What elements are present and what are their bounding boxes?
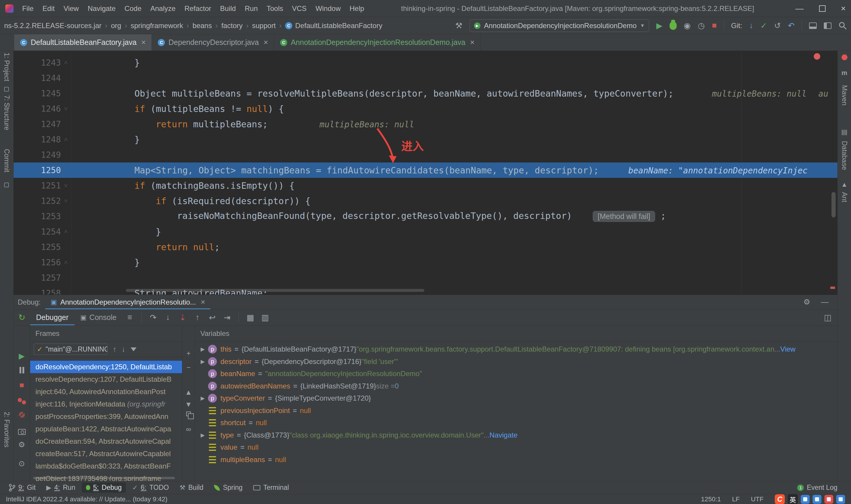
- rerun-icon[interactable]: ↻: [14, 312, 30, 322]
- toolwindow-button-run[interactable]: ▶4:Run: [42, 482, 79, 493]
- close-icon[interactable]: ×: [201, 298, 205, 307]
- bookmark-icon[interactable]: [4, 87, 9, 92]
- hide-frames-filter-icon[interactable]: [131, 347, 137, 351]
- editor-tab[interactable]: CAnnotationDependencyInjectionResolution…: [274, 34, 481, 51]
- run-button[interactable]: ▶: [656, 21, 663, 31]
- stack-frame[interactable]: doResolveDependency:1250, DefaultListab: [30, 361, 182, 373]
- copy-watch-icon[interactable]: [186, 412, 191, 416]
- stack-frame[interactable]: createBean:517, AbstractAutowireCapablel: [30, 448, 182, 460]
- stack-frame[interactable]: populateBean:1422, AbstractAutowireCapa: [30, 423, 182, 435]
- fold-marker[interactable]: ˄: [61, 258, 71, 266]
- breadcrumb-item[interactable]: CDefaultListableBeanFactory: [285, 22, 382, 30]
- thread-dump-icon[interactable]: [18, 429, 26, 435]
- menu-code[interactable]: Code: [120, 4, 146, 13]
- coverage-button[interactable]: ◉: [684, 21, 691, 31]
- hide-icon[interactable]: —: [821, 298, 829, 307]
- breadcrumb-item[interactable]: org: [111, 22, 121, 30]
- commit-icon[interactable]: ✓: [760, 21, 767, 31]
- move-watch-up-icon[interactable]: ▲: [185, 388, 192, 396]
- build-hammer-icon[interactable]: ⚒: [455, 21, 463, 31]
- resume-icon[interactable]: ▶: [19, 352, 25, 361]
- sidebar-item-project[interactable]: 1: Project: [3, 53, 11, 81]
- editor-tab[interactable]: CDefaultListableBeanFactory.java×: [14, 34, 152, 51]
- menu-run[interactable]: Run: [240, 4, 262, 13]
- menu-help[interactable]: Help: [345, 4, 368, 13]
- menu-vcs[interactable]: VCS: [288, 4, 311, 13]
- sidebar-item-structure[interactable]: 7: Structure: [3, 95, 11, 130]
- run-config-selector[interactable]: ▶ AnnotationDependencyInjectionResolutio…: [470, 19, 649, 32]
- caret-position[interactable]: 1250:1: [701, 496, 721, 503]
- sidebar-item-maven[interactable]: Maven: [840, 85, 848, 106]
- next-frame-icon[interactable]: ↓: [122, 345, 125, 353]
- mute-breakpoints-icon[interactable]: [19, 412, 25, 418]
- tab-console[interactable]: ▣Console: [74, 310, 123, 325]
- breadcrumb-item[interactable]: beans: [193, 22, 212, 30]
- line-ending-indicator[interactable]: LF: [732, 496, 740, 503]
- toolwindow-button-debug[interactable]: 5:Debug: [82, 482, 126, 493]
- encoding-indicator[interactable]: UTF: [751, 496, 763, 503]
- menu-refactor[interactable]: Refactor: [180, 4, 216, 13]
- variable-row[interactable]: shortcut=null: [195, 417, 837, 429]
- stop-button[interactable]: ■: [712, 21, 717, 30]
- menu-tools[interactable]: Tools: [262, 4, 288, 13]
- fold-marker[interactable]: ˅: [61, 197, 71, 205]
- expand-arrow-icon[interactable]: ▶: [197, 346, 208, 353]
- stop-icon[interactable]: ■: [19, 380, 24, 390]
- error-stripe-mark[interactable]: [830, 287, 835, 289]
- breadcrumb-item[interactable]: springframework: [131, 22, 183, 30]
- toolwindow-button-todo[interactable]: ✓6:TODO: [128, 482, 173, 493]
- tool-stripe-icon[interactable]: [4, 183, 9, 187]
- stack-frame[interactable]: lambda$doGetBean$0:323, AbstractBeanF: [30, 460, 182, 472]
- editor-layout-icon[interactable]: [824, 22, 832, 29]
- toolwindow-button-git[interactable]: 9:Git: [5, 482, 40, 493]
- variable-row[interactable]: previousInjectionPoint=null: [195, 404, 837, 417]
- profiler-button[interactable]: ◷: [698, 21, 705, 31]
- fold-marker[interactable]: ˅: [61, 182, 71, 190]
- breadcrumb-item[interactable]: support: [252, 22, 276, 30]
- debug-session-tab[interactable]: ▣ AnnotationDependencyInjectionResolutio…: [45, 295, 211, 309]
- step-into-icon[interactable]: ↓: [160, 313, 175, 322]
- run-to-cursor-icon[interactable]: ⇥: [220, 313, 234, 322]
- stack-frame[interactable]: doCreateBean:594, AbstractAutowireCapal: [30, 435, 182, 448]
- previous-frame-icon[interactable]: ↑: [113, 345, 116, 353]
- expand-arrow-icon[interactable]: ▶: [197, 358, 208, 365]
- stack-frame[interactable]: postProcessProperties:399, AutowiredAnn: [30, 410, 182, 423]
- toolwindow-button-spring[interactable]: Spring: [210, 482, 247, 493]
- sidebar-item-ant[interactable]: Ant: [840, 192, 848, 202]
- sidebar-item-favorites[interactable]: 2: Favorites: [3, 412, 11, 447]
- tab-debugger[interactable]: Debugger: [30, 310, 74, 325]
- fold-marker[interactable]: ˄: [61, 228, 71, 235]
- close-button[interactable]: ×: [841, 4, 846, 13]
- variable-row[interactable]: ▶pthis={DefaultListableBeanFactory@1717}…: [195, 343, 837, 355]
- move-watch-down-icon[interactable]: ▼: [185, 400, 192, 409]
- breadcrumb-item[interactable]: factory: [221, 22, 242, 30]
- close-icon[interactable]: ×: [264, 38, 268, 47]
- variable-row[interactable]: pautowiredBeanNames={LinkedHashSet@1719}…: [195, 380, 837, 392]
- fold-marker[interactable]: ˅: [61, 105, 71, 112]
- close-icon[interactable]: ×: [141, 38, 146, 47]
- expand-arrow-icon[interactable]: ▶: [197, 432, 208, 438]
- editor-tab[interactable]: CDependencyDescriptor.java×: [152, 34, 274, 51]
- maximize-button[interactable]: [819, 5, 826, 12]
- debug-button[interactable]: [670, 22, 677, 30]
- remove-watch-icon[interactable]: −: [186, 363, 191, 372]
- status-message[interactable]: IntelliJ IDEA 2022.2.4 available: // Upd…: [6, 496, 167, 503]
- stack-frame[interactable]: inject:116, InjectionMetadata (org.sprin…: [30, 398, 182, 410]
- view-breakpoints-icon[interactable]: [18, 398, 26, 404]
- menu-build[interactable]: Build: [216, 4, 240, 13]
- force-step-into-icon[interactable]: ⇣: [175, 313, 190, 322]
- fold-marker[interactable]: ˄: [61, 59, 71, 67]
- pin-icon[interactable]: ⊙: [19, 459, 25, 468]
- evaluate-expression-icon[interactable]: ▦: [243, 313, 258, 322]
- code-editor[interactable]: 1243˄}12441245Object multipleBeans = res…: [14, 51, 837, 294]
- toolwindow-button-terminal[interactable]: Terminal: [249, 482, 293, 493]
- inspections-badge[interactable]: [814, 53, 820, 60]
- horizontal-scrollbar[interactable]: [126, 289, 424, 292]
- menu-edit[interactable]: Edit: [38, 4, 59, 13]
- gear-icon[interactable]: ⚙: [803, 298, 810, 307]
- variable-row[interactable]: multipleBeans=null: [195, 453, 837, 466]
- step-over-icon[interactable]: ↷: [146, 313, 160, 322]
- variable-row[interactable]: ▶pdescriptor={DependencyDescriptor@1716}…: [195, 355, 837, 368]
- step-out-icon[interactable]: ↑: [190, 313, 205, 322]
- search-everywhere-icon[interactable]: [838, 22, 847, 30]
